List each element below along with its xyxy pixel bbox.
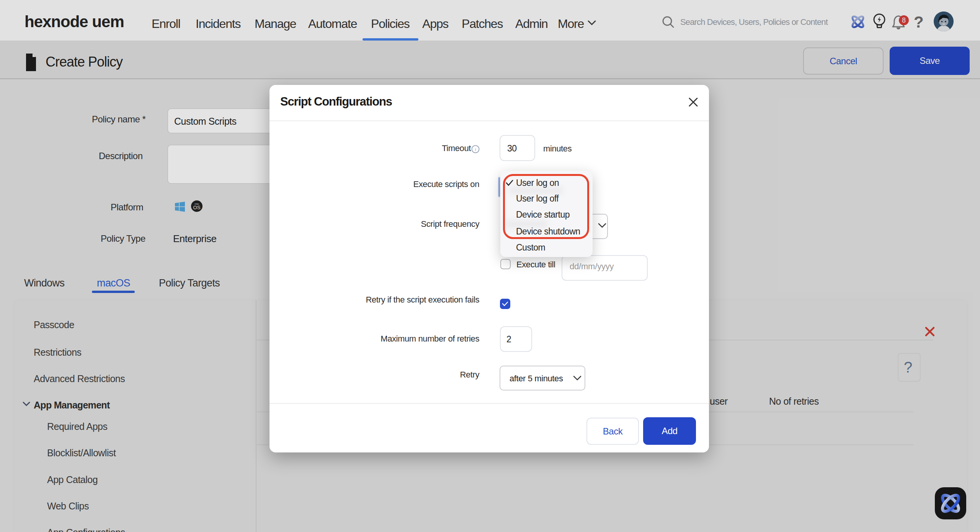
svg-text:i: i: [475, 146, 476, 152]
